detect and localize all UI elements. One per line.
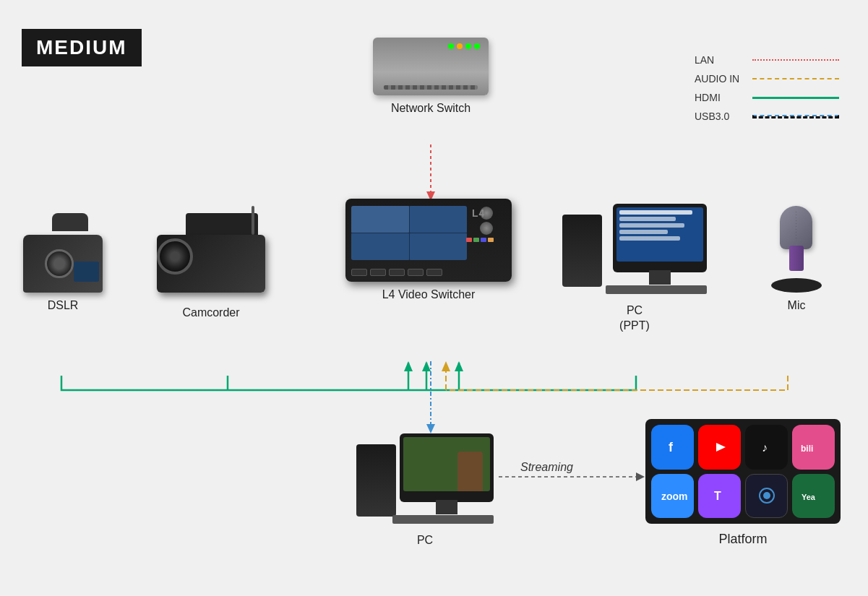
camcorder-image [146,206,276,300]
pc-ppt-stand [649,270,671,285]
legend-hdmi: HDMI [695,92,839,103]
svg-marker-5 [422,361,431,371]
pc-ppt-screen [616,207,703,262]
yealink-icon: Yea [792,474,835,519]
pc-bottom-tower [356,444,396,517]
platform-label: Platform [645,531,841,548]
svg-text:♪: ♪ [762,441,768,454]
svg-marker-11 [426,424,435,433]
pc-ppt-monitor [613,204,707,272]
facebook-icon: f [651,425,694,470]
dslr-body [23,235,103,293]
legend-usb-label: USB3.0 [695,111,745,122]
network-switch-label: Network Switch [373,101,489,116]
pc-bottom-label: PC [356,533,494,548]
camcorder-body [157,235,265,293]
svg-marker-3 [404,361,413,371]
dslr-device: DSLR [16,213,110,314]
pc-bottom-image [356,433,494,527]
svg-text:T: T [714,490,721,502]
svg-text:zoom: zoom [661,491,687,502]
mic-grill [796,212,796,241]
pc-bottom-keyboard [392,515,494,524]
legend-hdmi-line [752,97,839,99]
mic-image [768,206,825,293]
streaming-label: Streaming [520,461,573,474]
camcorder-label: Camcorder [146,306,276,321]
mic-device: Mic [768,206,825,314]
pc-ppt-image [562,204,707,298]
svg-text:Yea: Yea [802,493,816,501]
camcorder-top [186,213,258,235]
legend-lan-label: LAN [695,54,745,66]
legend-audio-label: AUDIO IN [695,73,745,85]
youtube-icon [698,425,741,470]
dslr-hump [52,213,88,231]
legend-hdmi-label: HDMI [695,92,745,103]
mic-head [780,206,812,249]
pc-bottom-person [457,452,483,491]
svg-marker-13 [636,472,645,481]
dslr-label: DSLR [16,298,110,314]
legend-lan: LAN [695,54,839,66]
legend-usb: USB3.0 [695,111,839,122]
pc-bottom-stand [436,500,457,514]
network-switch-device: Network Switch [373,38,489,116]
pc-ppt-device: PC(PPT) [562,204,707,334]
legend-audio-line [752,78,839,79]
legend-audio: AUDIO IN [695,73,839,85]
l4-screen-inner [351,206,467,260]
pc-bottom-monitor [400,433,494,502]
bilibili-icon: bili [792,425,835,470]
pc-ppt-label: PC(PPT) [562,303,707,334]
zoom-icon: zoom [651,474,694,519]
dslr-image [16,213,110,293]
svg-point-22 [763,492,770,499]
legend-lan-line [752,59,839,61]
svg-marker-7 [455,361,463,371]
badge-text: MEDIUM [36,36,127,59]
mic-body [789,246,804,271]
dslr-screen [74,262,99,282]
svg-text:f: f [669,440,674,454]
pc-ppt-tower [562,215,602,287]
platform-grid: f ♪ bili zoom T Yea [645,419,841,524]
camcorder-lens [157,238,193,275]
l4-switcher-device: L4 L4 Video Switcher [345,199,512,303]
twitch-icon: T [698,474,741,519]
svg-text:bili: bili [801,444,813,454]
tiktok-icon: ♪ [745,425,788,470]
platform-device: f ♪ bili zoom T Yea Platform [645,419,841,548]
obs-icon [745,474,788,519]
legend-usb-line [752,115,839,118]
network-switch-image [373,38,489,95]
svg-marker-9 [442,361,450,371]
medium-badge: MEDIUM [22,29,142,66]
mic-base [771,278,822,293]
l4-switcher-label: L4 Video Switcher [345,288,512,303]
l4-screen [351,206,467,260]
camcorder-antenna [252,206,254,235]
pc-bottom-device: PC [356,433,494,548]
l4-bottom [351,269,442,276]
l4-switcher-image: L4 [345,199,512,282]
dslr-lens [45,249,74,278]
pc-ppt-keyboard [606,285,707,294]
camcorder-device: Camcorder [146,206,276,321]
mic-label: Mic [768,298,825,314]
legend: LAN AUDIO IN HDMI USB3.0 [695,54,839,129]
pc-bottom-screen [403,437,490,491]
